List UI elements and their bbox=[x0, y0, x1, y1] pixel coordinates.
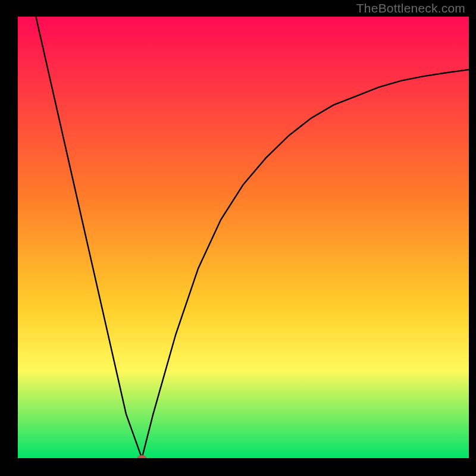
watermark-label: TheBottleneck.com bbox=[356, 1, 465, 15]
optimum-marker bbox=[137, 455, 146, 461]
bottleneck-chart bbox=[0, 0, 476, 476]
chart-frame: TheBottleneck.com bbox=[0, 0, 476, 476]
